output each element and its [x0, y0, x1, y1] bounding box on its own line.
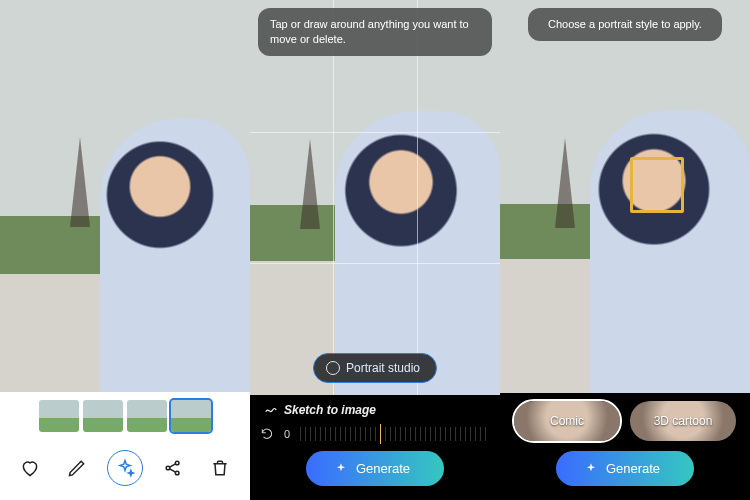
style-row: Comic 3D cartoon	[510, 401, 740, 441]
thumbnail[interactable]	[39, 400, 79, 432]
svg-point-2	[175, 471, 179, 475]
sparkle-icon	[115, 458, 135, 478]
face-detection-box[interactable]	[630, 157, 684, 213]
thumbnail[interactable]	[83, 400, 123, 432]
style-comic[interactable]: Comic	[514, 401, 620, 441]
crop-gridline	[333, 0, 334, 395]
share-button[interactable]	[155, 450, 191, 486]
photo-subject	[100, 118, 250, 392]
favorite-button[interactable]	[12, 450, 48, 486]
photo-subject	[590, 110, 750, 393]
sparkle-icon	[584, 462, 598, 476]
portrait-studio-pane: Choose a portrait style to apply. Comic …	[500, 0, 750, 500]
sparkle-icon	[334, 462, 348, 476]
landmark-tower	[70, 137, 90, 227]
slider-ticks[interactable]	[300, 427, 490, 441]
crop-gridline	[250, 132, 500, 133]
straighten-slider[interactable]: 0	[260, 427, 490, 441]
landmark-tower	[555, 138, 575, 228]
ai-edit-button[interactable]	[107, 450, 143, 486]
editor-viewport[interactable]: Choose a portrait style to apply.	[500, 0, 750, 393]
edit-button[interactable]	[59, 450, 95, 486]
svg-point-1	[175, 461, 179, 465]
hint-bubble: Tap or draw around anything you want to …	[258, 8, 492, 56]
style-label: 3D cartoon	[654, 414, 713, 428]
bottom-action-bar	[0, 440, 250, 500]
svg-point-0	[166, 466, 170, 470]
style-3d-cartoon[interactable]: 3D cartoon	[630, 401, 736, 441]
crop-gridline	[250, 263, 500, 264]
landmark-tower	[300, 139, 320, 229]
gallery-pane	[0, 0, 250, 500]
generate-button[interactable]: Generate	[556, 451, 694, 486]
portrait-studio-chip[interactable]: Portrait studio	[313, 353, 437, 383]
style-label: Comic	[550, 414, 584, 428]
generate-label: Generate	[356, 461, 410, 476]
sketch-to-image-label: Sketch to image	[260, 403, 376, 417]
main-photo[interactable]	[0, 0, 250, 392]
trash-icon	[210, 458, 230, 478]
scribble-icon	[264, 403, 278, 417]
rotate-icon	[260, 427, 274, 441]
editor-viewport[interactable]: Tap or draw around anything you want to …	[250, 0, 500, 395]
editor-bottom-panel: Sketch to image 0 Generate	[250, 395, 500, 500]
hint-bubble: Choose a portrait style to apply.	[528, 8, 722, 41]
generative-edit-pane: Tap or draw around anything you want to …	[250, 0, 500, 500]
generate-button[interactable]: Generate	[306, 451, 444, 486]
thumbnail-selected[interactable]	[171, 400, 211, 432]
heart-icon	[20, 458, 40, 478]
generate-label: Generate	[606, 461, 660, 476]
sketch-label-text: Sketch to image	[284, 403, 376, 417]
delete-button[interactable]	[202, 450, 238, 486]
share-icon	[163, 458, 183, 478]
thumbnail[interactable]	[127, 400, 167, 432]
thumbnail-strip	[0, 392, 250, 440]
editor-bottom-panel: Comic 3D cartoon Generate	[500, 393, 750, 500]
slider-value: 0	[284, 428, 290, 440]
pencil-icon	[67, 458, 87, 478]
crop-gridline	[417, 0, 418, 395]
